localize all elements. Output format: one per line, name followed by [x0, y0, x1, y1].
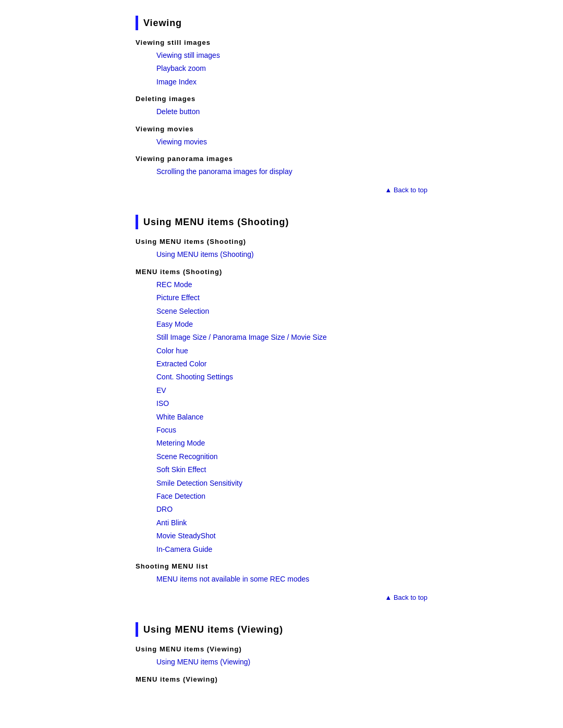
back-to-top-viewing: Back to top: [136, 186, 427, 194]
subsection-title-0-1: Deleting images: [136, 95, 427, 103]
link-2-0-0[interactable]: Using MENU items (Viewing): [156, 656, 427, 668]
section-title-using-menu-shooting: Using MENU items (Shooting): [143, 217, 289, 228]
link-1-1-20[interactable]: In-Camera Guide: [156, 544, 427, 555]
back-to-top-link-using-menu-shooting[interactable]: Back to top: [385, 594, 427, 601]
subsection-0-3: Viewing panorama imagesScrolling the pan…: [136, 155, 427, 177]
link-1-1-17[interactable]: DRO: [156, 503, 427, 515]
link-1-1-12[interactable]: Metering Mode: [156, 437, 427, 449]
section-marker-using-menu-viewing: [136, 622, 138, 637]
subsection-0-2: Viewing moviesViewing movies: [136, 125, 427, 147]
link-1-1-16[interactable]: Face Detection: [156, 490, 427, 502]
section-title-viewing: Viewing: [143, 18, 182, 29]
section-marker-using-menu-shooting: [136, 215, 138, 229]
subsection-0-1: Deleting imagesDelete button: [136, 95, 427, 117]
link-1-1-6[interactable]: Extracted Color: [156, 358, 427, 369]
link-1-1-5[interactable]: Color hue: [156, 345, 427, 356]
section-using-menu-shooting: Using MENU items (Shooting)Using MENU it…: [136, 215, 427, 601]
subsection-title-1-0: Using MENU items (Shooting): [136, 238, 427, 245]
subsection-title-1-2: Shooting MENU list: [136, 562, 427, 570]
section-viewing: ViewingViewing still imagesViewing still…: [136, 16, 427, 194]
link-0-2-0[interactable]: Viewing movies: [156, 136, 427, 147]
link-1-1-7[interactable]: Cont. Shooting Settings: [156, 371, 427, 382]
page-container: ViewingViewing still imagesViewing still…: [0, 0, 563, 720]
section-header-using-menu-viewing: Using MENU items (Viewing): [136, 622, 427, 637]
section-using-menu-viewing: Using MENU items (Viewing)Using MENU ite…: [136, 622, 427, 683]
link-1-1-2[interactable]: Scene Selection: [156, 305, 427, 317]
subsection-2-0: Using MENU items (Viewing)Using MENU ite…: [136, 645, 427, 668]
subsection-title-2-1: MENU items (Viewing): [136, 675, 427, 683]
link-1-1-1[interactable]: Picture Effect: [156, 292, 427, 303]
subsection-1-1: MENU items (Shooting)REC ModePicture Eff…: [136, 268, 427, 555]
section-title-using-menu-viewing: Using MENU items (Viewing): [143, 624, 283, 635]
subsection-1-0: Using MENU items (Shooting)Using MENU it…: [136, 238, 427, 260]
subsection-title-0-0: Viewing still images: [136, 39, 427, 46]
link-1-1-15[interactable]: Smile Detection Sensitivity: [156, 477, 427, 489]
subsection-0-0: Viewing still imagesViewing still images…: [136, 39, 427, 88]
link-0-0-1[interactable]: Playback zoom: [156, 63, 427, 74]
section-header-using-menu-shooting: Using MENU items (Shooting): [136, 215, 427, 229]
subsection-title-0-3: Viewing panorama images: [136, 155, 427, 163]
link-1-1-0[interactable]: REC Mode: [156, 279, 427, 290]
back-to-top-using-menu-shooting: Back to top: [136, 593, 427, 601]
link-1-1-9[interactable]: ISO: [156, 398, 427, 409]
link-1-1-3[interactable]: Easy Mode: [156, 318, 427, 330]
section-header-viewing: Viewing: [136, 16, 427, 30]
link-0-3-0[interactable]: Scrolling the panorama images for displa…: [156, 166, 427, 177]
link-1-1-14[interactable]: Soft Skin Effect: [156, 464, 427, 475]
subsection-2-1: MENU items (Viewing): [136, 675, 427, 683]
subsection-title-1-1: MENU items (Shooting): [136, 268, 427, 276]
section-marker-viewing: [136, 16, 138, 30]
subsection-title-0-2: Viewing movies: [136, 125, 427, 133]
link-1-1-4[interactable]: Still Image Size / Panorama Image Size /…: [156, 331, 427, 343]
link-1-1-13[interactable]: Scene Recognition: [156, 451, 427, 462]
link-1-1-18[interactable]: Anti Blink: [156, 517, 427, 528]
link-1-1-10[interactable]: White Balance: [156, 411, 427, 423]
subsection-title-2-0: Using MENU items (Viewing): [136, 645, 427, 653]
link-1-1-19[interactable]: Movie SteadyShot: [156, 530, 427, 541]
link-1-1-11[interactable]: Focus: [156, 424, 427, 436]
back-to-top-link-viewing[interactable]: Back to top: [385, 186, 427, 194]
link-0-1-0[interactable]: Delete button: [156, 106, 427, 117]
link-1-0-0[interactable]: Using MENU items (Shooting): [156, 249, 427, 260]
link-1-1-8[interactable]: EV: [156, 385, 427, 396]
link-0-0-2[interactable]: Image Index: [156, 76, 427, 88]
subsection-1-2: Shooting MENU listMENU items not availab…: [136, 562, 427, 585]
link-1-2-0[interactable]: MENU items not available in some REC mod…: [156, 573, 427, 585]
link-0-0-0[interactable]: Viewing still images: [156, 50, 427, 61]
